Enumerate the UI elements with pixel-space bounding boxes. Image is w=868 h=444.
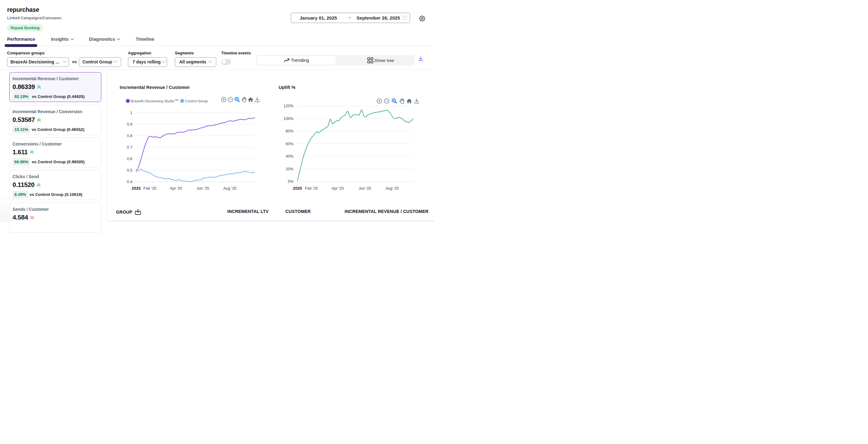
svg-text:Aug '25: Aug '25: [385, 186, 399, 190]
svg-text:2025: 2025: [132, 186, 141, 190]
svg-text:BrazeAI Decisioning Studio™: BrazeAI Decisioning Studio™: [131, 98, 178, 103]
svg-text:40%: 40%: [285, 154, 293, 158]
svg-text:20%: 20%: [285, 167, 293, 171]
svg-text:Control Group: Control Group: [185, 99, 208, 103]
svg-text:Jun '25: Jun '25: [197, 186, 209, 190]
svg-text:0.7: 0.7: [127, 145, 132, 150]
svg-text:Jun '25: Jun '25: [359, 186, 371, 190]
svg-text:0.4: 0.4: [127, 180, 132, 184]
svg-text:0.5: 0.5: [127, 168, 132, 173]
svg-text:60%: 60%: [285, 142, 293, 146]
svg-text:1: 1: [130, 111, 132, 115]
svg-text:Feb '25: Feb '25: [305, 186, 318, 190]
svg-text:0.9: 0.9: [127, 122, 132, 126]
svg-text:Apr '25: Apr '25: [170, 186, 182, 190]
svg-text:100%: 100%: [283, 117, 293, 121]
svg-text:0%: 0%: [288, 179, 293, 184]
svg-text:0.6: 0.6: [127, 157, 132, 161]
svg-text:Aug '25: Aug '25: [223, 186, 237, 190]
svg-text:Feb '25: Feb '25: [144, 186, 157, 190]
svg-text:Apr '25: Apr '25: [332, 186, 344, 190]
svg-text:80%: 80%: [285, 129, 293, 134]
svg-text:2025: 2025: [293, 186, 302, 190]
svg-text:120%: 120%: [283, 104, 293, 108]
svg-text:0.8: 0.8: [127, 134, 132, 138]
